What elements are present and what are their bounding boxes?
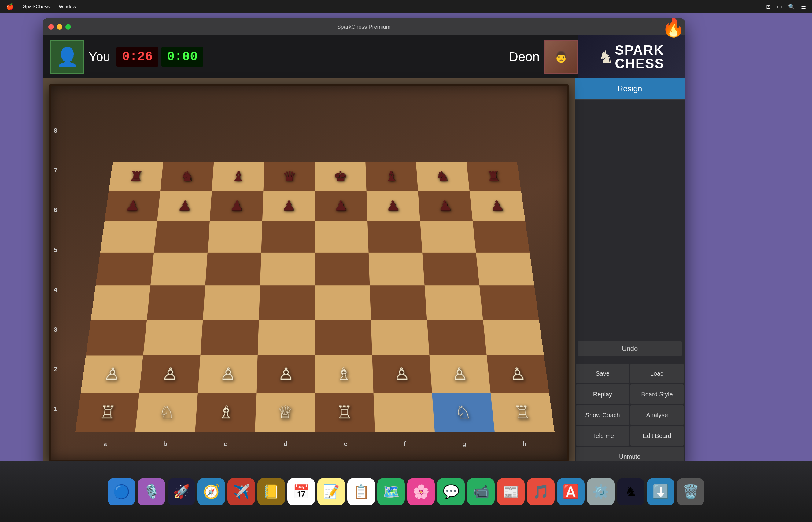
- square-d3[interactable]: [258, 320, 315, 356]
- piece-e1[interactable]: ♖: [336, 404, 353, 421]
- square-c2[interactable]: ♙: [198, 356, 258, 393]
- square-a5[interactable]: [96, 253, 154, 285]
- messages-icon[interactable]: 💬: [437, 478, 465, 505]
- square-e2[interactable]: ♗: [315, 356, 374, 393]
- photos-icon[interactable]: 🌸: [407, 478, 435, 505]
- square-d1[interactable]: ♕: [255, 393, 315, 432]
- piece-a2[interactable]: ♙: [103, 366, 121, 383]
- apple-menu-icon[interactable]: 🍎: [6, 3, 14, 11]
- square-g8[interactable]: ♞: [416, 162, 470, 191]
- square-b6[interactable]: [154, 221, 210, 253]
- piece-h8[interactable]: ♜: [486, 170, 501, 183]
- piece-g1[interactable]: ♘: [454, 404, 472, 421]
- square-a3[interactable]: [86, 320, 147, 356]
- square-g5[interactable]: [422, 253, 479, 285]
- piece-e8[interactable]: ♚: [333, 170, 348, 183]
- calendar-icon[interactable]: 📅: [288, 478, 315, 505]
- square-a8[interactable]: ♜: [109, 162, 163, 191]
- square-a7[interactable]: ♟: [104, 191, 160, 221]
- sparkchesspremium-icon[interactable]: ♞: [617, 478, 645, 505]
- launchpad-icon[interactable]: 🚀: [167, 478, 195, 505]
- board-style-button[interactable]: Board Style: [630, 384, 684, 404]
- piece-c2[interactable]: ♙: [219, 366, 236, 383]
- piece-b8[interactable]: ♞: [180, 170, 195, 183]
- piece-d7[interactable]: ♟: [281, 199, 296, 213]
- square-h1[interactable]: ♖: [491, 393, 555, 432]
- board-container[interactable]: 8 7 6 5 4 3 2 1 ♜♞♝♛♚♝♞♜♟♟♟♟♟♟♟♟♙♙♙♙♗♙♙♙…: [43, 78, 575, 468]
- square-a4[interactable]: [91, 285, 151, 320]
- help-me-button[interactable]: Help me: [576, 426, 629, 446]
- square-c5[interactable]: [205, 253, 261, 285]
- safari-icon[interactable]: 🧭: [198, 478, 225, 505]
- square-f3[interactable]: [371, 320, 429, 356]
- square-d6[interactable]: [261, 221, 315, 253]
- edit-board-button[interactable]: Edit Board: [630, 426, 684, 446]
- siri-icon[interactable]: 🎙️: [138, 478, 165, 505]
- square-b5[interactable]: [151, 253, 207, 285]
- finder-icon[interactable]: 🔵: [107, 478, 135, 505]
- square-e5[interactable]: [315, 253, 370, 285]
- reminders-icon[interactable]: 📋: [347, 478, 375, 505]
- screen-mirroring-icon[interactable]: ⊡: [766, 3, 771, 10]
- square-g3[interactable]: [427, 320, 487, 356]
- piece-g8[interactable]: ♞: [435, 170, 450, 183]
- square-a1[interactable]: ♖: [75, 393, 139, 432]
- piece-c1[interactable]: ♗: [217, 404, 235, 421]
- piece-d8[interactable]: ♛: [282, 170, 297, 183]
- square-e4[interactable]: [315, 285, 371, 320]
- square-b1[interactable]: ♘: [135, 393, 198, 432]
- piece-g7[interactable]: ♟: [437, 199, 453, 213]
- downloads-icon[interactable]: ⬇️: [647, 478, 674, 505]
- square-g7[interactable]: ♟: [418, 191, 473, 221]
- piece-c8[interactable]: ♝: [231, 170, 245, 183]
- square-d2[interactable]: ♙: [256, 356, 315, 393]
- search-icon[interactable]: 🔍: [788, 3, 795, 10]
- app-name-menu[interactable]: SparkChess: [23, 4, 49, 9]
- square-f7[interactable]: ♟: [367, 191, 420, 221]
- display-icon[interactable]: ▭: [777, 3, 782, 10]
- piece-g2[interactable]: ♙: [451, 366, 468, 383]
- piece-h7[interactable]: ♟: [489, 199, 505, 213]
- square-c1[interactable]: ♗: [195, 393, 256, 432]
- piece-e2[interactable]: ♗: [336, 366, 352, 383]
- minimize-button[interactable]: [57, 24, 62, 29]
- piece-f2[interactable]: ♙: [394, 366, 410, 383]
- square-b4[interactable]: [147, 285, 205, 320]
- piece-b1[interactable]: ♘: [158, 404, 176, 421]
- square-a2[interactable]: ♙: [81, 356, 143, 393]
- square-f4[interactable]: [370, 285, 427, 320]
- square-b2[interactable]: ♙: [139, 356, 200, 393]
- square-c7[interactable]: ♟: [210, 191, 263, 221]
- piece-e7[interactable]: ♟: [334, 199, 348, 213]
- square-b3[interactable]: [143, 320, 203, 356]
- piece-c7[interactable]: ♟: [229, 199, 244, 213]
- square-f5[interactable]: [369, 253, 425, 285]
- square-c3[interactable]: [200, 320, 259, 356]
- square-b7[interactable]: ♟: [157, 191, 212, 221]
- piece-b2[interactable]: ♙: [161, 366, 179, 383]
- square-h6[interactable]: [473, 221, 530, 253]
- analyse-button[interactable]: Analyse: [630, 405, 684, 425]
- square-e3[interactable]: [315, 320, 372, 356]
- notefile-icon[interactable]: 📒: [257, 478, 285, 505]
- square-g2[interactable]: ♙: [430, 356, 491, 393]
- square-h3[interactable]: [483, 320, 544, 356]
- square-e8[interactable]: ♚: [315, 162, 367, 191]
- appstore-icon[interactable]: 🅰️: [557, 478, 585, 505]
- square-b8[interactable]: ♞: [160, 162, 214, 191]
- square-g1[interactable]: ♘: [432, 393, 495, 432]
- square-f1[interactable]: [374, 393, 435, 432]
- square-h4[interactable]: [479, 285, 539, 320]
- piece-a7[interactable]: ♟: [125, 199, 141, 213]
- square-d5[interactable]: [260, 253, 315, 285]
- notes-icon[interactable]: 📝: [317, 478, 345, 505]
- square-h7[interactable]: ♟: [470, 191, 525, 221]
- load-button[interactable]: Load: [630, 364, 684, 383]
- square-d4[interactable]: [259, 285, 315, 320]
- mail-icon[interactable]: ✈️: [227, 478, 255, 505]
- close-button[interactable]: [48, 24, 54, 29]
- piece-h1[interactable]: ♖: [513, 404, 531, 421]
- undo-button[interactable]: Undo: [578, 341, 682, 356]
- window-menu[interactable]: Window: [59, 4, 76, 9]
- save-button[interactable]: Save: [576, 364, 629, 383]
